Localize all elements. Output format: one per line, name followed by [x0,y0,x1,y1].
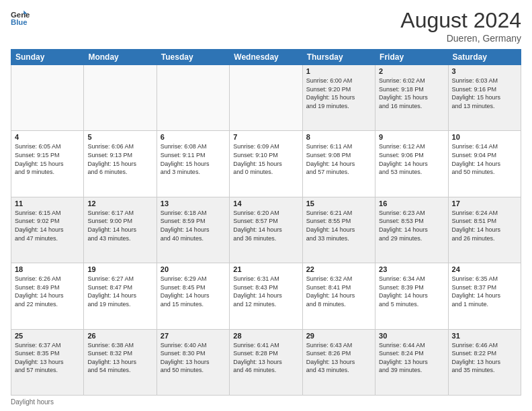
day-info: Sunrise: 6:27 AM Sunset: 8:47 PM Dayligh… [87,275,152,308]
day-info: Sunrise: 6:35 AM Sunset: 8:37 PM Dayligh… [452,275,517,308]
day-number: 13 [161,199,226,208]
calendar-cell: 6Sunrise: 6:08 AM Sunset: 9:11 PM Daylig… [157,131,229,197]
calendar-cell: 4Sunrise: 6:05 AM Sunset: 9:15 PM Daylig… [11,131,84,197]
day-number: 24 [452,265,517,273]
calendar-cell: 16Sunrise: 6:23 AM Sunset: 8:53 PM Dayli… [375,197,448,263]
day-number: 3 [452,67,517,75]
calendar-cell: 25Sunrise: 6:37 AM Sunset: 8:35 PM Dayli… [11,329,84,395]
day-info: Sunrise: 6:32 AM Sunset: 8:41 PM Dayligh… [306,275,371,308]
calendar-cell: 21Sunrise: 6:31 AM Sunset: 8:43 PM Dayli… [230,263,302,329]
calendar-cell: 14Sunrise: 6:20 AM Sunset: 8:57 PM Dayli… [230,197,302,263]
day-number: 29 [306,332,371,340]
day-number: 5 [87,133,152,141]
page: General Blue August 2024 Dueren, Germany… [0,0,532,411]
day-info: Sunrise: 6:21 AM Sunset: 8:55 PM Dayligh… [306,209,371,242]
calendar-cell: 9Sunrise: 6:12 AM Sunset: 9:06 PM Daylig… [375,131,448,197]
calendar-cell: 11Sunrise: 6:15 AM Sunset: 9:02 PM Dayli… [11,197,84,263]
calendar-table: SundayMondayTuesdayWednesdayThursdayFrid… [11,49,521,396]
day-number: 17 [452,199,517,208]
day-number: 20 [161,265,226,273]
day-info: Sunrise: 6:18 AM Sunset: 8:59 PM Dayligh… [161,209,226,242]
title-block: August 2024 Dueren, Germany [400,8,521,44]
calendar-cell [157,65,229,131]
calendar-cell [230,65,302,131]
day-number: 9 [379,133,444,141]
calendar-cell: 27Sunrise: 6:40 AM Sunset: 8:30 PM Dayli… [157,329,229,395]
day-number: 8 [306,133,371,141]
weekday-header-tuesday: Tuesday [157,50,229,65]
weekday-header-monday: Monday [84,50,157,65]
day-number: 4 [15,133,80,141]
day-number: 31 [452,332,517,340]
day-info: Sunrise: 6:23 AM Sunset: 8:53 PM Dayligh… [379,209,444,242]
day-info: Sunrise: 6:26 AM Sunset: 8:49 PM Dayligh… [15,275,80,308]
weekday-header-saturday: Saturday [448,50,521,65]
calendar-cell: 24Sunrise: 6:35 AM Sunset: 8:37 PM Dayli… [448,263,521,329]
calendar-cell: 28Sunrise: 6:41 AM Sunset: 8:28 PM Dayli… [230,329,302,395]
day-number: 23 [379,265,444,273]
day-info: Sunrise: 6:43 AM Sunset: 8:26 PM Dayligh… [306,341,371,375]
day-number: 28 [233,332,298,340]
day-number: 10 [452,133,517,141]
day-number: 27 [161,332,226,340]
calendar-cell: 17Sunrise: 6:24 AM Sunset: 8:51 PM Dayli… [448,197,521,263]
month-title: August 2024 [400,8,521,33]
day-info: Sunrise: 6:31 AM Sunset: 8:43 PM Dayligh… [233,275,298,308]
calendar-cell: 7Sunrise: 6:09 AM Sunset: 9:10 PM Daylig… [230,131,302,197]
logo: General Blue [11,8,30,27]
day-number: 22 [306,265,371,273]
calendar-cell [11,65,84,131]
day-info: Sunrise: 6:46 AM Sunset: 8:22 PM Dayligh… [452,341,517,375]
day-info: Sunrise: 6:20 AM Sunset: 8:57 PM Dayligh… [233,209,298,242]
svg-text:Blue: Blue [11,18,28,26]
day-number: 15 [306,199,371,208]
calendar-cell: 12Sunrise: 6:17 AM Sunset: 9:00 PM Dayli… [84,197,157,263]
header: General Blue August 2024 Dueren, Germany [11,8,521,44]
day-number: 7 [233,133,298,141]
day-number: 12 [87,199,152,208]
day-info: Sunrise: 6:00 AM Sunset: 9:20 PM Dayligh… [306,77,371,110]
day-info: Sunrise: 6:40 AM Sunset: 8:30 PM Dayligh… [161,341,226,375]
calendar-cell: 8Sunrise: 6:11 AM Sunset: 9:08 PM Daylig… [302,131,375,197]
calendar-cell: 29Sunrise: 6:43 AM Sunset: 8:26 PM Dayli… [302,329,375,395]
day-number: 26 [87,332,152,340]
calendar-cell: 19Sunrise: 6:27 AM Sunset: 8:47 PM Dayli… [84,263,157,329]
day-number: 11 [15,199,80,208]
weekday-header-wednesday: Wednesday [230,50,302,65]
day-number: 19 [87,265,152,273]
day-info: Sunrise: 6:24 AM Sunset: 8:51 PM Dayligh… [452,209,517,242]
day-number: 14 [233,199,298,208]
calendar-cell: 2Sunrise: 6:02 AM Sunset: 9:18 PM Daylig… [375,65,448,131]
calendar-cell: 15Sunrise: 6:21 AM Sunset: 8:55 PM Dayli… [302,197,375,263]
logo-icon: General Blue [11,8,30,27]
calendar-cell: 30Sunrise: 6:44 AM Sunset: 8:24 PM Dayli… [375,329,448,395]
day-info: Sunrise: 6:17 AM Sunset: 9:00 PM Dayligh… [87,209,152,242]
day-info: Sunrise: 6:06 AM Sunset: 9:13 PM Dayligh… [87,142,152,176]
day-info: Sunrise: 6:09 AM Sunset: 9:10 PM Dayligh… [233,142,298,176]
weekday-header-sunday: Sunday [11,50,84,65]
calendar-cell: 5Sunrise: 6:06 AM Sunset: 9:13 PM Daylig… [84,131,157,197]
day-info: Sunrise: 6:15 AM Sunset: 9:02 PM Dayligh… [15,209,80,242]
day-info: Sunrise: 6:29 AM Sunset: 8:45 PM Dayligh… [161,275,226,308]
footer-note: Daylight hours [11,398,521,406]
day-info: Sunrise: 6:44 AM Sunset: 8:24 PM Dayligh… [379,341,444,375]
day-info: Sunrise: 6:05 AM Sunset: 9:15 PM Dayligh… [15,142,80,176]
day-number: 18 [15,265,80,273]
calendar-cell: 31Sunrise: 6:46 AM Sunset: 8:22 PM Dayli… [448,329,521,395]
calendar-cell: 26Sunrise: 6:38 AM Sunset: 8:32 PM Dayli… [84,329,157,395]
location: Dueren, Germany [400,33,521,44]
calendar-cell [84,65,157,131]
day-info: Sunrise: 6:08 AM Sunset: 9:11 PM Dayligh… [161,142,226,176]
day-number: 2 [379,67,444,75]
day-number: 30 [379,332,444,340]
day-number: 25 [15,332,80,340]
calendar-cell: 18Sunrise: 6:26 AM Sunset: 8:49 PM Dayli… [11,263,84,329]
day-info: Sunrise: 6:37 AM Sunset: 8:35 PM Dayligh… [15,341,80,375]
day-info: Sunrise: 6:34 AM Sunset: 8:39 PM Dayligh… [379,275,444,308]
calendar-cell: 23Sunrise: 6:34 AM Sunset: 8:39 PM Dayli… [375,263,448,329]
day-number: 21 [233,265,298,273]
calendar-cell: 20Sunrise: 6:29 AM Sunset: 8:45 PM Dayli… [157,263,229,329]
weekday-header-friday: Friday [375,50,448,65]
day-info: Sunrise: 6:38 AM Sunset: 8:32 PM Dayligh… [87,341,152,375]
day-info: Sunrise: 6:14 AM Sunset: 9:04 PM Dayligh… [452,142,517,176]
